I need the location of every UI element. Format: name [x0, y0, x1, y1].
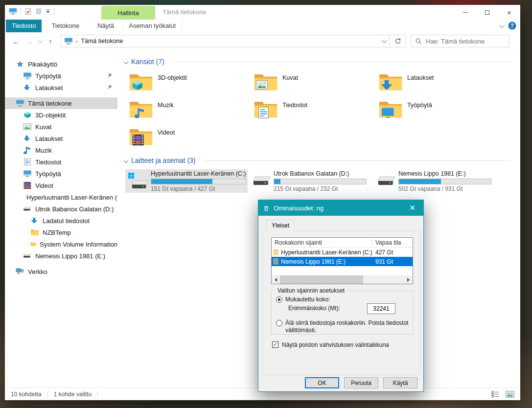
drives-group-header[interactable]: Laitteet ja asemat (3) — [123, 155, 520, 166]
scrollbar-thumb[interactable] — [280, 275, 363, 284]
folder-tile-videot[interactable]: Videot — [125, 125, 250, 152]
scroll-right-icon[interactable] — [404, 275, 413, 284]
drive-tile-d[interactable]: Utrok Babanox Galatan (D:)215 Gt vapaana… — [250, 169, 372, 193]
sidebar-item-työpöytä[interactable]: Työpöytä — [5, 70, 117, 82]
scroll-left-icon[interactable] — [272, 275, 280, 284]
folder-tile-3d-objektit[interactable]: 3D-objektit — [125, 70, 250, 97]
explorer-icon[interactable] — [9, 7, 17, 15]
expand-ribbon-icon[interactable] — [499, 22, 505, 27]
tab-yleiset[interactable]: Yleiset — [266, 220, 295, 231]
close-icon: ✕ — [409, 204, 416, 212]
details-view-button[interactable] — [490, 390, 501, 399]
sidebar-item-työpöytä[interactable]: Työpöytä — [5, 168, 117, 180]
address-dropdown-icon[interactable] — [378, 35, 389, 47]
sidebar-item-3d-objektit[interactable]: 3D-objektit — [5, 109, 117, 121]
folder-tile-muzik[interactable]: Muzik — [125, 97, 250, 125]
quick-access-icon — [16, 60, 24, 68]
confirm-delete-label: Näytä poiston vahvistuksen valintaikkuna — [282, 341, 389, 348]
sidebar-item-nzbtemp[interactable]: NZBTemp — [5, 227, 117, 238]
ok-button[interactable]: OK — [305, 377, 339, 388]
refresh-button[interactable] — [390, 35, 406, 47]
help-icon[interactable]: ? — [508, 22, 516, 30]
navigation-pane: PikakäyttöTyöpöytäLatauksetTämä tietokon… — [5, 50, 117, 387]
folder-desktop-icon — [378, 99, 403, 120]
sidebar-item-nemesis-lippo-1981-e-[interactable]: Nemesis Lippo 1981 (E:) — [5, 250, 117, 262]
breadcrumb-separator: › — [76, 38, 78, 45]
sidebar-item-utrok-babanox-galatan-d-[interactable]: Utrok Babanox Galatan (D:) — [5, 203, 117, 215]
folders-group-header[interactable]: Kansiot (7) — [123, 56, 520, 67]
search-box — [411, 35, 509, 47]
drive-tile-c[interactable]: Hyperluutnantti Laser-Keränen (C:)151 Gt… — [125, 169, 248, 193]
search-input[interactable] — [426, 38, 505, 45]
recycle-location-row[interactable]: Nemesis Lippo 1981 (E:)931 Gt — [272, 257, 413, 266]
contextual-tab-group-hallinta[interactable]: Hallinta — [101, 6, 155, 20]
minimize-button[interactable] — [454, 5, 476, 20]
folder-tile-lataukset[interactable]: Lataukset — [375, 70, 500, 97]
sidebar-item-pikakäyttö[interactable]: Pikakäyttö — [5, 58, 117, 70]
thumbnails-view-button[interactable] — [505, 390, 515, 399]
folder-tile-kuvat[interactable]: Kuvat — [250, 70, 375, 97]
ribbon-tab-tiedosto[interactable]: Tiedosto — [6, 20, 42, 32]
folder-label: Kuvat — [282, 74, 298, 81]
sidebar-item-lataukset[interactable]: Lataukset — [5, 133, 117, 144]
sidebar-item-videot[interactable]: Videot — [5, 180, 117, 191]
pictures-icon — [23, 123, 32, 131]
sidebar-item-tiedostot[interactable]: Tiedostot — [5, 156, 117, 168]
delete-immediately-radio[interactable] — [276, 320, 282, 326]
horizontal-scrollbar[interactable] — [272, 275, 413, 284]
column-free-space[interactable]: Vapaa tila — [375, 239, 401, 246]
maximize-button[interactable] — [476, 5, 498, 20]
dialog-title: Ominaisuudet: ng — [274, 204, 324, 212]
folder-icon — [30, 228, 39, 236]
sidebar-item-system-volume-information[interactable]: System Volume Information — [5, 238, 117, 250]
toolbar-separator — [54, 7, 54, 15]
search-icon — [415, 38, 422, 45]
drives-group-title[interactable]: Laitteet ja asemat (3) — [131, 157, 196, 164]
sidebar-item-muzik[interactable]: Muzik — [5, 144, 117, 156]
apply-button[interactable]: Käytä — [383, 377, 417, 388]
close-button[interactable]: × — [498, 5, 520, 20]
forward-button[interactable]: → — [23, 35, 35, 47]
sidebar-item-hyperluutnantti-laser-keränen-c-[interactable]: Hyperluutnantti Laser-Keränen (C:) — [5, 191, 117, 203]
cancel-button[interactable]: Peruuta — [344, 377, 378, 388]
breadcrumb[interactable]: Tämä tietokone — [81, 38, 123, 45]
location-free-space: 427 Gt — [375, 249, 393, 256]
recycle-location-row[interactable]: Hyperluutnantti Laser-Keränen (C:)427 Gt — [272, 248, 413, 257]
back-button[interactable]: ← — [10, 35, 23, 47]
recent-locations-icon[interactable] — [35, 35, 44, 47]
properties-icon[interactable] — [24, 8, 32, 15]
downloads-icon — [30, 217, 39, 225]
sidebar-item-label: Työpöytä — [35, 72, 61, 80]
folder-pictures-icon — [253, 71, 278, 93]
drive-icon — [252, 175, 272, 187]
folders-group-title[interactable]: Kansiot (7) — [131, 58, 164, 66]
drive-free-space: 502 Gt vapaana / 931 Gt — [398, 185, 491, 192]
computer-icon — [16, 99, 24, 107]
ribbon-tab-aseman-työkalut[interactable]: Aseman työkalut — [122, 20, 182, 32]
ribbon-tab-tietokone[interactable]: Tietokone — [46, 20, 85, 32]
column-location[interactable]: Roskakorin sijainti — [275, 239, 322, 246]
folder-tile-tiedostot[interactable]: Tiedostot — [250, 97, 375, 125]
sidebar-item-ladatut-tiedostot[interactable]: Ladatut tiedostot — [5, 215, 117, 227]
drive-tile-e[interactable]: Nemesis Lippo 1981 (E:)502 Gt vapaana / … — [375, 169, 497, 193]
sidebar-item-label: Videot — [35, 182, 53, 189]
new-folder-icon[interactable] — [35, 8, 42, 15]
custom-size-radio[interactable] — [276, 296, 282, 303]
confirm-delete-checkbox[interactable]: ✓ — [272, 341, 278, 348]
location-name: Nemesis Lippo 1981 (E:) — [281, 258, 346, 265]
customize-toolbar-icon[interactable] — [46, 9, 50, 14]
sidebar-item-kuvat[interactable]: Kuvat — [5, 121, 117, 133]
dialog-close-button[interactable]: ✕ — [401, 200, 423, 216]
up-button[interactable]: ↑ — [44, 35, 57, 47]
ribbon-tab-näytä[interactable]: Näytä — [92, 20, 120, 32]
max-size-input[interactable] — [367, 303, 395, 314]
folder-tile-työpöytä[interactable]: Työpöytä — [375, 97, 500, 125]
recycle-bin-icon — [263, 204, 270, 212]
sidebar-item-lataukset[interactable]: Lataukset — [5, 82, 117, 93]
collapse-group-icon[interactable] — [124, 59, 129, 64]
breadcrumb-bar[interactable]: › Tämä tietokone — [61, 35, 390, 47]
sidebar-item-tämä-tietokone[interactable]: Tämä tietokone — [5, 97, 117, 109]
sidebar-item-verkko[interactable]: Verkko — [5, 266, 117, 277]
list-header: Roskakorin sijainti Vapaa tila — [272, 238, 413, 248]
collapse-group-icon[interactable] — [124, 158, 129, 163]
